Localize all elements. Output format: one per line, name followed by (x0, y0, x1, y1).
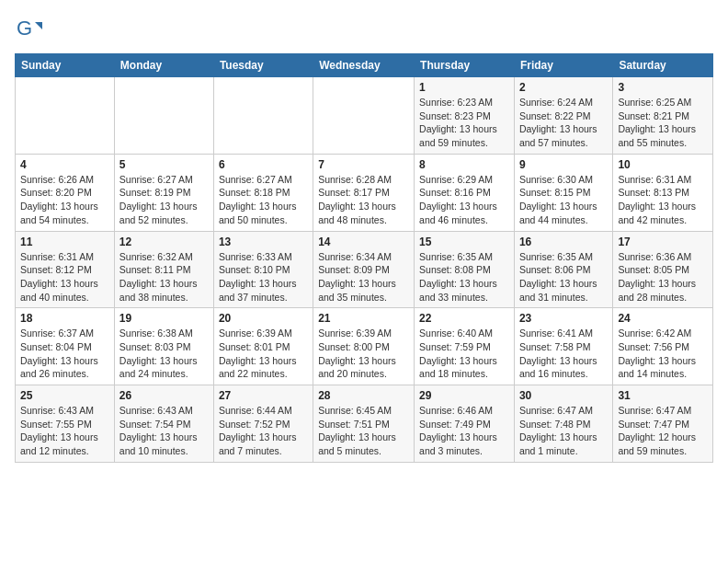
day-info: Sunrise: 6:47 AM Sunset: 7:48 PM Dayligh… (519, 404, 608, 458)
logo: G (15, 15, 46, 42)
day-number: 11 (20, 236, 109, 248)
day-info: Sunrise: 6:39 AM Sunset: 8:00 PM Dayligh… (318, 327, 409, 381)
day-info: Sunrise: 6:25 AM Sunset: 8:21 PM Dayligh… (618, 96, 708, 150)
day-number: 18 (20, 312, 109, 325)
day-cell: 7Sunrise: 6:28 AM Sunset: 8:17 PM Daylig… (313, 154, 415, 231)
col-header-friday: Friday (514, 54, 612, 77)
day-number: 29 (419, 389, 509, 402)
day-cell (313, 77, 415, 155)
day-info: Sunrise: 6:35 AM Sunset: 8:08 PM Dayligh… (419, 250, 509, 304)
day-cell: 9Sunrise: 6:30 AM Sunset: 8:15 PM Daylig… (514, 154, 612, 231)
day-info: Sunrise: 6:40 AM Sunset: 7:59 PM Dayligh… (419, 327, 509, 381)
day-info: Sunrise: 6:46 AM Sunset: 7:49 PM Dayligh… (419, 404, 509, 458)
day-number: 13 (219, 236, 308, 248)
day-info: Sunrise: 6:27 AM Sunset: 8:19 PM Dayligh… (119, 173, 209, 227)
day-cell: 30Sunrise: 6:47 AM Sunset: 7:48 PM Dayli… (514, 385, 612, 463)
day-cell: 23Sunrise: 6:41 AM Sunset: 7:58 PM Dayli… (514, 308, 612, 385)
svg-marker-1 (35, 22, 42, 29)
day-number: 8 (419, 158, 509, 171)
day-cell: 8Sunrise: 6:29 AM Sunset: 8:16 PM Daylig… (415, 154, 515, 231)
day-cell: 29Sunrise: 6:46 AM Sunset: 7:49 PM Dayli… (415, 385, 515, 463)
day-info: Sunrise: 6:43 AM Sunset: 7:54 PM Dayligh… (119, 404, 209, 458)
day-number: 21 (318, 312, 409, 325)
day-info: Sunrise: 6:29 AM Sunset: 8:16 PM Dayligh… (419, 173, 509, 227)
header-row: SundayMondayTuesdayWednesdayThursdayFrid… (16, 54, 713, 77)
day-cell: 16Sunrise: 6:35 AM Sunset: 8:06 PM Dayli… (514, 231, 612, 308)
day-info: Sunrise: 6:24 AM Sunset: 8:22 PM Dayligh… (519, 96, 608, 150)
col-header-wednesday: Wednesday (313, 54, 415, 77)
day-info: Sunrise: 6:32 AM Sunset: 8:11 PM Dayligh… (119, 250, 209, 304)
day-info: Sunrise: 6:27 AM Sunset: 8:18 PM Dayligh… (219, 173, 308, 227)
day-number: 17 (618, 236, 708, 248)
day-number: 24 (618, 312, 708, 325)
day-info: Sunrise: 6:31 AM Sunset: 8:12 PM Dayligh… (20, 250, 109, 304)
day-number: 2 (519, 81, 608, 94)
day-info: Sunrise: 6:31 AM Sunset: 8:13 PM Dayligh… (618, 173, 708, 227)
day-info: Sunrise: 6:41 AM Sunset: 7:58 PM Dayligh… (519, 327, 608, 381)
day-info: Sunrise: 6:43 AM Sunset: 7:55 PM Dayligh… (20, 404, 109, 458)
week-row-1: 1Sunrise: 6:23 AM Sunset: 8:23 PM Daylig… (16, 77, 713, 155)
calendar-table: SundayMondayTuesdayWednesdayThursdayFrid… (15, 53, 713, 463)
day-cell: 1Sunrise: 6:23 AM Sunset: 8:23 PM Daylig… (415, 77, 515, 155)
day-info: Sunrise: 6:44 AM Sunset: 7:52 PM Dayligh… (219, 404, 308, 458)
day-number: 12 (119, 236, 209, 248)
day-info: Sunrise: 6:45 AM Sunset: 7:51 PM Dayligh… (318, 404, 409, 458)
day-number: 7 (318, 158, 409, 171)
day-cell: 11Sunrise: 6:31 AM Sunset: 8:12 PM Dayli… (16, 231, 115, 308)
day-number: 16 (519, 236, 608, 248)
day-cell: 6Sunrise: 6:27 AM Sunset: 8:18 PM Daylig… (213, 154, 313, 231)
day-number: 4 (20, 158, 109, 171)
day-number: 15 (419, 236, 509, 248)
day-cell: 18Sunrise: 6:37 AM Sunset: 8:04 PM Dayli… (16, 308, 115, 385)
day-info: Sunrise: 6:33 AM Sunset: 8:10 PM Dayligh… (219, 250, 308, 304)
day-number: 19 (119, 312, 209, 325)
day-info: Sunrise: 6:39 AM Sunset: 8:01 PM Dayligh… (219, 327, 308, 381)
col-header-tuesday: Tuesday (213, 54, 313, 77)
day-number: 27 (219, 389, 308, 402)
day-cell: 3Sunrise: 6:25 AM Sunset: 8:21 PM Daylig… (613, 77, 713, 155)
day-number: 30 (519, 389, 608, 402)
day-info: Sunrise: 6:42 AM Sunset: 7:56 PM Dayligh… (618, 327, 708, 381)
day-info: Sunrise: 6:37 AM Sunset: 8:04 PM Dayligh… (20, 327, 109, 381)
week-row-3: 11Sunrise: 6:31 AM Sunset: 8:12 PM Dayli… (16, 231, 713, 308)
day-info: Sunrise: 6:36 AM Sunset: 8:05 PM Dayligh… (618, 250, 708, 304)
day-cell: 26Sunrise: 6:43 AM Sunset: 7:54 PM Dayli… (114, 385, 213, 463)
day-info: Sunrise: 6:47 AM Sunset: 7:47 PM Dayligh… (618, 404, 708, 458)
header: G (15, 15, 713, 42)
col-header-monday: Monday (114, 54, 213, 77)
col-header-saturday: Saturday (613, 54, 713, 77)
day-cell: 27Sunrise: 6:44 AM Sunset: 7:52 PM Dayli… (213, 385, 313, 463)
day-cell: 22Sunrise: 6:40 AM Sunset: 7:59 PM Dayli… (415, 308, 515, 385)
svg-text:G: G (17, 17, 32, 40)
day-number: 28 (318, 389, 409, 402)
day-cell (16, 77, 115, 155)
day-cell: 31Sunrise: 6:47 AM Sunset: 7:47 PM Dayli… (613, 385, 713, 463)
day-info: Sunrise: 6:30 AM Sunset: 8:15 PM Dayligh… (519, 173, 608, 227)
day-info: Sunrise: 6:38 AM Sunset: 8:03 PM Dayligh… (119, 327, 209, 381)
week-row-4: 18Sunrise: 6:37 AM Sunset: 8:04 PM Dayli… (16, 308, 713, 385)
day-number: 20 (219, 312, 308, 325)
day-number: 14 (318, 236, 409, 248)
day-cell: 25Sunrise: 6:43 AM Sunset: 7:55 PM Dayli… (16, 385, 115, 463)
day-cell: 2Sunrise: 6:24 AM Sunset: 8:22 PM Daylig… (514, 77, 612, 155)
day-number: 25 (20, 389, 109, 402)
day-cell: 5Sunrise: 6:27 AM Sunset: 8:19 PM Daylig… (114, 154, 213, 231)
day-cell: 13Sunrise: 6:33 AM Sunset: 8:10 PM Dayli… (213, 231, 313, 308)
day-cell: 15Sunrise: 6:35 AM Sunset: 8:08 PM Dayli… (415, 231, 515, 308)
col-header-thursday: Thursday (415, 54, 515, 77)
day-cell: 21Sunrise: 6:39 AM Sunset: 8:00 PM Dayli… (313, 308, 415, 385)
day-cell: 17Sunrise: 6:36 AM Sunset: 8:05 PM Dayli… (613, 231, 713, 308)
day-info: Sunrise: 6:34 AM Sunset: 8:09 PM Dayligh… (318, 250, 409, 304)
day-cell: 4Sunrise: 6:26 AM Sunset: 8:20 PM Daylig… (16, 154, 115, 231)
day-number: 26 (119, 389, 209, 402)
day-number: 31 (618, 389, 708, 402)
day-number: 22 (419, 312, 509, 325)
day-info: Sunrise: 6:26 AM Sunset: 8:20 PM Dayligh… (20, 173, 109, 227)
day-cell: 19Sunrise: 6:38 AM Sunset: 8:03 PM Dayli… (114, 308, 213, 385)
day-cell: 28Sunrise: 6:45 AM Sunset: 7:51 PM Dayli… (313, 385, 415, 463)
col-header-sunday: Sunday (16, 54, 115, 77)
day-info: Sunrise: 6:23 AM Sunset: 8:23 PM Dayligh… (419, 96, 509, 150)
day-number: 3 (618, 81, 708, 94)
day-cell (114, 77, 213, 155)
day-cell: 14Sunrise: 6:34 AM Sunset: 8:09 PM Dayli… (313, 231, 415, 308)
